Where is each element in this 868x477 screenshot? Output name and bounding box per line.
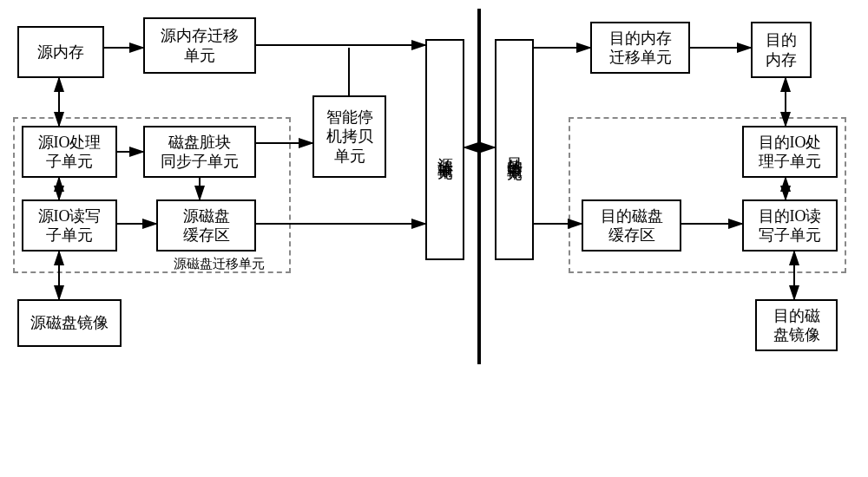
src-disk-mirror-box: 源磁盘镜像 (17, 299, 122, 347)
src-transport-unit-box: 源传输单元 (425, 39, 464, 260)
src-memory-migration-unit-box: 源内存迁移 单元 (143, 17, 256, 74)
smart-stop-copy-unit-box: 智能停 机拷贝 单元 (312, 95, 386, 178)
src-disk-cache-box: 源磁盘 缓存区 (156, 199, 256, 252)
dst-io-proc-subunit-box: 目的IO处 理子单元 (742, 126, 838, 178)
center-divider (477, 9, 481, 364)
disk-dirty-block-sync-subunit-box: 磁盘脏块 同步子单元 (143, 126, 256, 178)
src-io-rw-subunit-box: 源IO读写 子单元 (22, 199, 117, 252)
dst-disk-mirror-box: 目的磁 盘镜像 (755, 299, 838, 351)
src-io-proc-subunit-box: 源IO处理 子单元 (22, 126, 117, 178)
dst-disk-cache-box: 目的磁盘 缓存区 (582, 199, 681, 252)
src-memory-box: 源内存 (17, 26, 104, 78)
dst-io-rw-subunit-box: 目的IO读 写子单元 (742, 199, 838, 252)
src-disk-migration-unit-label: 源磁盘迁移单元 (174, 256, 265, 272)
dst-transport-unit-box: 目的传输单元 (495, 39, 534, 260)
dst-memory-box: 目的 内存 (751, 22, 812, 78)
dst-memory-migration-unit-box: 目的内存 迁移单元 (590, 22, 690, 74)
